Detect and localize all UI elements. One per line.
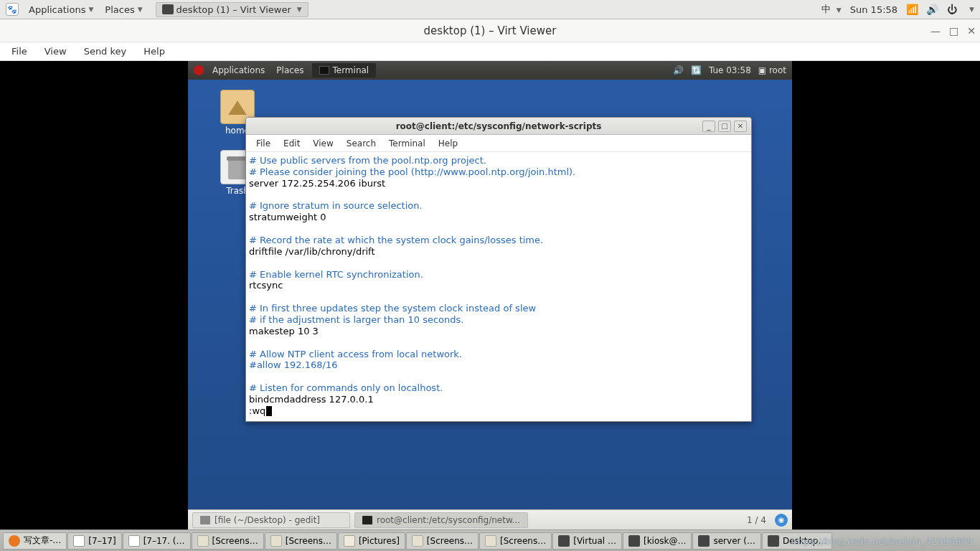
host-task-4[interactable]: [Screens… [265,532,337,550]
terminal-menu-terminal[interactable]: Terminal [383,137,431,150]
host-task-7[interactable]: [Screens… [479,532,552,550]
task-label: Desktop… [783,536,827,546]
task-label: [Screens… [286,536,331,546]
gnome-foot-icon: 🐾 [6,3,19,16]
host-task-11[interactable]: Desktop… [762,532,833,550]
virt-close-button[interactable]: ✕ [967,25,976,37]
host-task-2[interactable]: [7–17. (… [123,532,191,550]
firefox-icon [9,535,20,547]
task-label: [7–17] [88,536,116,546]
terminal-close-button[interactable]: ✕ [734,121,747,132]
host-task-8[interactable]: [Virtual … [552,532,622,550]
guest-applications-menu[interactable]: Applications [207,64,270,77]
terminal-menu-help[interactable]: Help [433,137,463,150]
term-line: #allow 192.168/16 [249,359,337,370]
guest-places-menu[interactable]: Places [270,64,309,77]
guest-task-terminal[interactable]: root@client:/etc/sysconfig/netw... [354,512,528,528]
terminal-title-label: root@client:/etc/sysconfig/network-scrip… [396,121,602,131]
terminal-menu-file[interactable]: File [250,137,276,150]
wifi-icon[interactable]: 📶 [906,4,918,15]
terminal-task-icon [319,66,329,75]
host-taskbar-virtviewer[interactable]: desktop (1) – Virt Viewer ▼ [156,2,308,17]
vm-icon [768,535,779,547]
vm-viewport[interactable]: Applications Places Terminal 🔊 🔃 Tue 03:… [0,61,980,529]
term-line: # Enable kernel RTC synchronization. [249,269,423,280]
term-line: bindcmdaddress 127.0.0.1 [249,394,374,405]
host-task-firefox[interactable]: 写文章-… [3,532,67,550]
guest-clock[interactable]: Tue 03:58 [709,65,751,75]
virt-maximize-button[interactable]: □ [949,25,958,37]
guest-show-desktop-icon[interactable]: ◉ [775,514,788,527]
guest-top-panel: Applications Places Terminal 🔊 🔃 Tue 03:… [188,61,792,80]
viewport-letterbox-left [0,61,188,529]
term-line: server 172.25.254.206 iburst [249,178,385,189]
guest-user-label: root [769,65,786,75]
virt-window-controls: — □ ✕ [930,19,976,42]
screenshot-icon [485,535,496,547]
term-line: # Please consider joining the pool (http… [249,166,575,177]
terminal-menu-edit[interactable]: Edit [278,137,306,150]
task-label: [Pictures] [359,536,400,546]
term-cmd: :wq [249,405,265,416]
guest-network-icon[interactable]: 🔃 [691,65,702,75]
term-line: # Record the rate at which the system cl… [249,235,543,245]
task-label: [Screens… [212,536,258,546]
workspace-indicator[interactable]: 1 / 4 [743,515,771,525]
virt-menu-view[interactable]: View [37,44,74,58]
virt-viewer-window: desktop (1) – Virt Viewer — □ ✕ File Vie… [0,19,980,529]
terminal-titlebar[interactable]: root@client:/etc/sysconfig/network-scrip… [246,118,751,135]
virtviewer-task-icon [162,4,174,14]
host-task-6[interactable]: [Screens… [406,532,479,550]
virt-menubar: File View Send key Help [0,42,980,61]
virt-titlebar[interactable]: desktop (1) – Virt Viewer — □ ✕ [0,19,980,42]
vm-icon [698,535,710,547]
host-bottom-taskbar: 写文章-… [7–17] [7–17. (… [Screens… [Screen… [0,529,980,551]
screenshot-icon [270,535,282,547]
guest-desktop[interactable]: Applications Places Terminal 🔊 🔃 Tue 03:… [188,61,792,529]
host-clock[interactable]: Sun 15:58 [850,4,897,15]
text-icon [73,535,85,547]
host-top-panel: 🐾 Applications▼ Places▼ desktop (1) – Vi… [0,0,980,19]
guest-taskbar-terminal[interactable]: Terminal [312,63,376,77]
redhat-icon [194,65,204,75]
volume-icon[interactable]: 🔊 [926,4,938,15]
host-task-10[interactable]: server (… [692,532,760,550]
host-task-1[interactable]: [7–17] [67,532,121,550]
host-places-menu[interactable]: Places▼ [100,3,146,17]
terminal-window-controls: _ □ ✕ [702,121,747,132]
terminal-menu-view[interactable]: View [307,137,339,150]
text-icon [128,535,140,547]
folder-icon [344,535,355,547]
virt-menu-sendkey[interactable]: Send key [77,44,134,58]
task-label: [Screens… [500,536,546,546]
terminal-maximize-button[interactable]: □ [718,121,731,132]
terminal-content[interactable]: # Use public servers from the pool.ntp.o… [246,152,751,421]
terminal-minimize-button[interactable]: _ [702,121,715,132]
guest-bottom-taskbar: [file (~/Desktop) - gedit] root@client:/… [188,509,792,529]
task-label: [Virtual … [573,536,616,546]
virt-menu-file[interactable]: File [4,44,34,58]
host-applications-menu[interactable]: Applications▼ [24,3,98,17]
terminal-icon [628,535,640,547]
host-task-5[interactable]: [Pictures] [338,532,405,550]
host-panel-left: 🐾 Applications▼ Places▼ desktop (1) – Vi… [6,2,308,17]
ime-indicator[interactable]: 中 ▼ [821,3,842,16]
virt-minimize-button[interactable]: — [930,25,941,37]
gedit-task-label: [file (~/Desktop) - gedit] [215,515,320,525]
power-icon[interactable]: ⏻ [946,4,958,15]
term-line: makestep 10 3 [249,326,319,336]
terminal-menu-search[interactable]: Search [341,137,382,150]
applications-label: Applications [29,4,85,15]
host-task-3[interactable]: [Screens… [192,532,264,550]
task-label: 写文章-… [24,534,61,547]
host-task-9[interactable]: [kiosk@… [623,532,692,550]
guest-volume-icon[interactable]: 🔊 [673,65,684,75]
guest-user-menu[interactable]: ▣ root [758,65,786,75]
user-menu-arrow[interactable]: ▼ [969,6,974,13]
task-label: [7–17. (… [143,536,185,546]
task-label: server (… [713,536,755,546]
guest-task-gedit[interactable]: [file (~/Desktop) - gedit] [192,512,350,528]
virt-menu-help[interactable]: Help [136,44,172,58]
term-line: # Allow NTP client access from local net… [249,349,462,359]
task-label: [Screens… [427,536,473,546]
